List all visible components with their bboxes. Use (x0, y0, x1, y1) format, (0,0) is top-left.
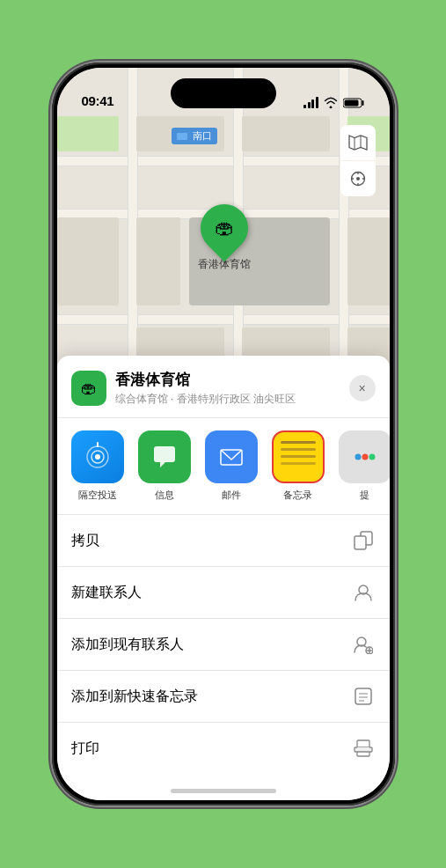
share-item-notes[interactable]: 备忘录 (272, 430, 325, 502)
place-name: 香港体育馆 (115, 370, 349, 390)
phone-screen: 09:41 (57, 68, 390, 800)
svg-point-5 (356, 177, 360, 180)
map-controls (340, 125, 376, 196)
map-label-text: 南口 (193, 130, 212, 141)
wifi-icon (324, 97, 338, 108)
copy-icon (351, 528, 376, 553)
new-contact-icon (351, 580, 376, 605)
print-svg (354, 739, 373, 758)
stadium-pin: 🏟 (190, 195, 257, 261)
map-icon (348, 135, 368, 151)
signal-bars (303, 97, 318, 108)
place-header: 🏟 香港体育馆 综合体育馆 · 香港特别行政区 油尖旺区 × (57, 356, 390, 418)
dynamic-island (171, 78, 276, 108)
location-button[interactable] (340, 161, 376, 196)
place-icon: 🏟 (71, 371, 106, 406)
svg-point-17 (369, 454, 375, 460)
map-label: 南口 (172, 128, 217, 144)
share-row: 隔空投送 信息 (57, 418, 390, 515)
action-add-note[interactable]: 添加到新快速备忘录 (57, 671, 390, 723)
notes-icon (272, 430, 325, 483)
battery-icon (343, 98, 365, 108)
print-icon (351, 736, 376, 761)
more-svg (354, 448, 377, 466)
action-print[interactable]: 打印 (57, 723, 390, 774)
action-add-contact[interactable]: 添加到现有联系人 (57, 619, 390, 671)
action-print-label: 打印 (71, 739, 99, 758)
signal-bar-1 (303, 105, 306, 108)
copy-svg (354, 531, 373, 550)
action-copy-label: 拷贝 (71, 532, 99, 550)
airdrop-icon (71, 430, 124, 483)
building-4 (347, 217, 390, 305)
share-item-mail[interactable]: 邮件 (205, 430, 258, 502)
map-type-button[interactable] (340, 125, 376, 160)
mail-label: 邮件 (222, 489, 241, 502)
add-contact-icon (351, 632, 376, 657)
place-info: 香港体育馆 综合体育馆 · 香港特别行政区 油尖旺区 (115, 370, 349, 407)
status-icons (303, 97, 365, 108)
add-contact-svg (354, 635, 373, 654)
signal-bar-3 (311, 99, 314, 108)
green-2 (57, 116, 119, 151)
new-contact-svg (354, 583, 373, 602)
signal-bar-2 (308, 102, 311, 108)
share-item-airdrop[interactable]: 隔空投送 (71, 430, 124, 502)
airdrop-label: 隔空投送 (78, 489, 117, 502)
close-button[interactable]: × (349, 375, 376, 401)
action-list: 拷贝 新建联系人 (57, 515, 390, 774)
action-new-contact-label: 新建联系人 (71, 584, 142, 602)
messages-icon (138, 430, 191, 483)
more-label: 提 (360, 489, 369, 502)
mail-svg (216, 442, 246, 472)
action-add-contact-label: 添加到现有联系人 (71, 636, 184, 654)
building-3 (136, 217, 180, 305)
svg-rect-25 (355, 688, 371, 704)
svg-point-15 (355, 454, 361, 460)
svg-point-16 (362, 454, 368, 460)
notes-label: 备忘录 (283, 489, 312, 502)
svg-rect-19 (355, 536, 366, 549)
add-note-icon (351, 684, 376, 709)
place-emoji: 🏟 (81, 379, 97, 398)
action-copy[interactable]: 拷贝 (57, 515, 390, 567)
stadium-marker[interactable]: 🏟 香港体育馆 (198, 204, 251, 272)
share-item-messages[interactable]: 信息 (138, 430, 191, 502)
action-add-note-label: 添加到新快速备忘录 (71, 688, 198, 706)
more-icon (339, 430, 390, 483)
svg-rect-1 (344, 99, 358, 106)
location-icon (350, 171, 366, 187)
share-item-more[interactable]: 提 (339, 430, 390, 502)
stadium-pin-inner: 🏟 (215, 217, 234, 239)
signal-bar-4 (316, 97, 318, 108)
place-subtitle: 综合体育馆 · 香港特别行政区 油尖旺区 (115, 392, 349, 407)
messages-label: 信息 (155, 489, 174, 502)
status-time: 09:41 (82, 93, 114, 108)
phone-frame: 09:41 (52, 63, 395, 805)
bottom-sheet: 🏟 香港体育馆 综合体育馆 · 香港特别行政区 油尖旺区 × (57, 356, 390, 800)
building-2 (242, 116, 330, 151)
action-new-contact[interactable]: 新建联系人 (57, 567, 390, 619)
airdrop-svg (83, 442, 113, 472)
building-8 (57, 217, 119, 305)
add-note-svg (354, 687, 373, 706)
messages-svg (150, 442, 179, 472)
svg-rect-29 (357, 740, 369, 747)
svg-point-12 (95, 454, 100, 460)
mail-icon (205, 430, 258, 483)
home-indicator (171, 789, 276, 793)
